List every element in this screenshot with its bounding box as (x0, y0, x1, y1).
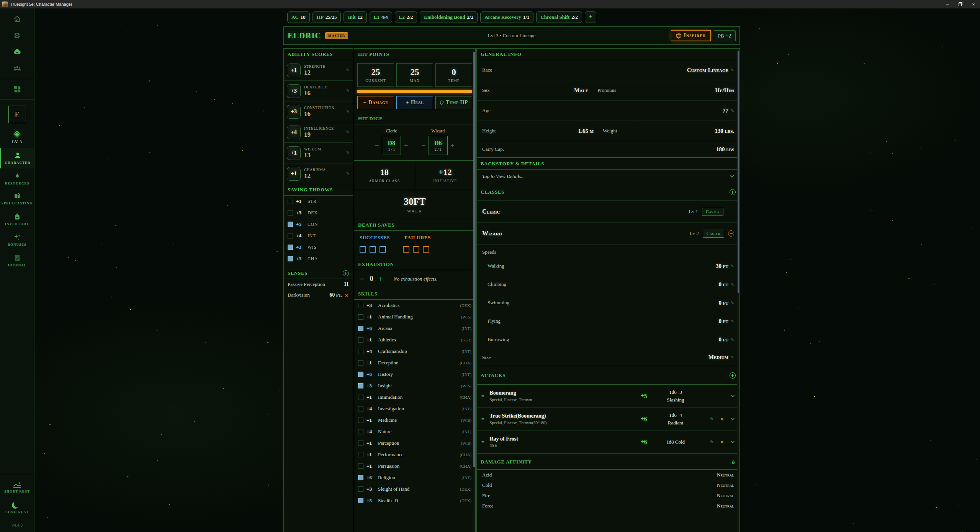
proficiency-checkbox[interactable] (358, 314, 363, 320)
quickbar-pill-hp[interactable]: HP25/25 (312, 11, 341, 23)
skill-row-deception[interactable]: +1Deception(CHA) (354, 357, 475, 369)
proficiency-checkbox[interactable] (288, 222, 293, 227)
add-class-button[interactable]: + (730, 189, 736, 195)
quickbar-pill-chronal-shift[interactable]: Chronal Shift2/2 (536, 11, 582, 23)
skill-row-animal-handling[interactable]: +1Animal Handling(WIS) (354, 311, 475, 323)
proficiency-checkbox[interactable] (288, 245, 293, 250)
attack-row-boomerang[interactable]: = Boomerang Special, Finesse, Thrown +5 … (477, 385, 739, 408)
party-button[interactable] (0, 60, 34, 77)
ability-row-intelligence[interactable]: +4 INTELLIGENCE19 ✎ (284, 122, 353, 143)
expand-attack-icon[interactable] (730, 441, 735, 443)
exhaustion-increment-button[interactable]: + (378, 275, 383, 282)
edit-icon[interactable]: ✎ (731, 282, 734, 287)
ability-row-charisma[interactable]: +1 CHARISMA12 ✎ (284, 163, 353, 184)
sync-button[interactable] (0, 44, 34, 60)
proficiency-checkbox[interactable] (358, 360, 363, 366)
skill-row-perception[interactable]: +1Perception(WIS) (354, 437, 475, 449)
skill-row-nature[interactable]: +4Nature(INT) (354, 426, 475, 437)
sidebar-item-character[interactable]: CHARACTER (0, 148, 34, 168)
quickbar-add-button[interactable]: + (585, 11, 596, 23)
skill-row-stealth[interactable]: +5StealthD(DEX) (354, 495, 475, 506)
temp-hp-button[interactable]: Temp HP (435, 96, 472, 109)
skill-row-history[interactable]: +6History(INT) (354, 369, 475, 380)
edit-icon[interactable]: ✎ (731, 337, 734, 342)
edit-icon[interactable]: ✎ (731, 264, 734, 269)
backstory-expander[interactable]: Tap to View Details... (477, 170, 739, 183)
long-rest-button[interactable]: LONG REST (0, 497, 34, 518)
quickbar-pill-emboldening-bond[interactable]: Emboldening Bond2/2 (420, 11, 478, 23)
hp-temp-box[interactable]: 0TEMP (435, 63, 472, 87)
death-save-failure-checkbox[interactable] (423, 246, 429, 253)
skill-row-arcana[interactable]: +6Arcana(INT) (354, 323, 475, 334)
die-increment-button[interactable]: + (450, 142, 455, 149)
ability-row-wisdom[interactable]: +1 WISDOM13 ✎ (284, 143, 353, 163)
proficiency-checkbox[interactable] (358, 429, 363, 434)
expand-attack-icon[interactable] (730, 395, 735, 397)
attack-row-true-strike[interactable]: = True Strike(Boomerang) Special, Finess… (477, 408, 739, 431)
armor-class-box[interactable]: 18ARMOR CLASS (354, 161, 415, 190)
class-row-cleric[interactable]: Cleric Lv 1 Caster (477, 201, 739, 223)
proficiency-checkbox[interactable] (358, 383, 363, 388)
death-save-failure-checkbox[interactable] (403, 246, 409, 253)
skill-row-insight[interactable]: +3Insight(WIS) (354, 380, 475, 392)
class-row-wizard[interactable]: Wizard Lv 2 Caster − (477, 223, 739, 245)
skill-row-persuasion[interactable]: +1Persuasion(CHA) (354, 460, 475, 472)
affinity-row-acid[interactable]: AcidNeutral (477, 470, 739, 480)
edit-icon[interactable]: ✎ (731, 108, 734, 113)
home-button[interactable] (0, 11, 34, 28)
heal-button[interactable]: +Heal (396, 96, 433, 109)
edit-icon[interactable]: ✎ (731, 68, 734, 73)
death-save-success-checkbox[interactable] (360, 246, 366, 253)
settings-button[interactable]: ⚙ (0, 28, 34, 44)
die-box[interactable]: D8 1 / 1 (382, 136, 401, 155)
sidebar-item-inventory[interactable]: INVENTORY (0, 209, 34, 230)
quickbar-pill-l2[interactable]: L22/2 (395, 11, 417, 23)
expand-attack-icon[interactable] (730, 418, 735, 420)
ability-row-constitution[interactable]: +3 CONSTITUTION16 ✎ (284, 101, 353, 122)
proficiency-checkbox[interactable] (358, 475, 363, 480)
edit-icon[interactable]: ✎ (346, 150, 350, 155)
damage-button[interactable]: −Damage (357, 96, 394, 109)
proficiency-bonus-badge[interactable]: PB +2 (714, 30, 736, 41)
initiative-box[interactable]: +12INITIATIVE (415, 161, 476, 190)
speed-box[interactable]: 30FT WALK (354, 190, 475, 219)
proficiency-checkbox[interactable] (358, 372, 363, 377)
quickbar-pill-l1[interactable]: L14/4 (370, 11, 392, 23)
attack-row-ray-of-frost[interactable]: = Ray of Frost 60 ft +6 1d8 Cold ✎ × (477, 431, 739, 454)
sidebar-item-bonuses[interactable]: BONUSES (0, 230, 34, 250)
edit-icon[interactable]: ✎ (346, 130, 350, 135)
affinity-row-cold[interactable]: ColdNeutral (477, 480, 739, 490)
avatar[interactable]: E (8, 106, 26, 123)
close-button[interactable] (967, 0, 980, 8)
dashboard-button[interactable] (0, 81, 34, 98)
proficiency-checkbox[interactable] (358, 303, 363, 308)
proficiency-checkbox[interactable] (358, 463, 363, 469)
sidebar-item-journal[interactable]: JOURNAL (0, 250, 34, 271)
skill-row-religion[interactable]: +6Religion(INT) (354, 472, 475, 483)
edit-icon[interactable]: ✎ (731, 319, 734, 324)
skill-row-investigation[interactable]: +4Investigation(INT) (354, 403, 475, 415)
quickbar-pill-init[interactable]: Init12 (344, 11, 366, 23)
proficiency-checkbox[interactable] (358, 406, 363, 411)
proficiency-checkbox[interactable] (288, 199, 293, 204)
die-decrement-button[interactable]: − (421, 142, 426, 149)
inspired-button[interactable]: Inspired (671, 30, 710, 41)
proficiency-checkbox[interactable] (358, 337, 363, 343)
proficiency-checkbox[interactable] (358, 395, 363, 400)
proficiency-checkbox[interactable] (288, 233, 293, 238)
edit-icon[interactable]: ✎ (731, 300, 734, 305)
delete-attack-icon[interactable]: × (720, 439, 724, 445)
edit-attack-icon[interactable]: ✎ (710, 416, 714, 422)
death-save-success-checkbox[interactable] (370, 246, 376, 253)
sidebar-item-spellcasting[interactable]: SPELLCASTING (0, 189, 34, 209)
affinity-row-force[interactable]: ForceNeutral (477, 501, 739, 511)
edit-icon[interactable]: ✎ (346, 109, 350, 114)
details-column-scrollbar[interactable] (737, 49, 739, 532)
edit-attack-icon[interactable]: ✎ (710, 439, 714, 445)
ability-row-dexterity[interactable]: +3 DEXTERITY16 ✎ (284, 81, 353, 101)
die-decrement-button[interactable]: − (375, 142, 380, 149)
skill-row-performance[interactable]: +1Performance(CHA) (354, 449, 475, 460)
proficiency-checkbox[interactable] (358, 486, 363, 492)
die-increment-button[interactable]: + (404, 142, 408, 149)
edit-icon[interactable]: ✎ (346, 88, 350, 93)
